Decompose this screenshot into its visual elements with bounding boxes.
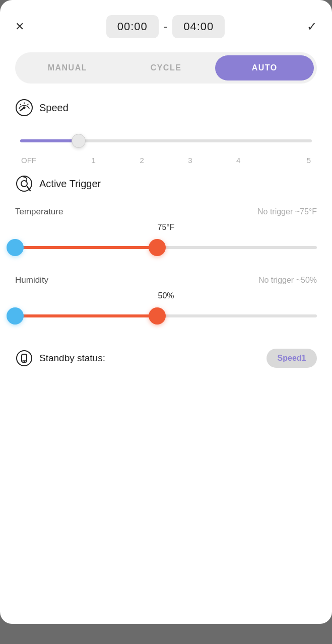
speed-track bbox=[20, 139, 312, 142]
svg-point-7 bbox=[23, 176, 25, 178]
main-card: ✕ 00:00 - 04:00 ✓ MANUAL CYCLE AUTO Spee… bbox=[0, 0, 332, 624]
svg-line-3 bbox=[28, 104, 29, 105]
active-trigger-label: Active Trigger bbox=[39, 178, 101, 190]
mode-selector: MANUAL CYCLE AUTO bbox=[15, 52, 317, 84]
humidity-track bbox=[15, 314, 317, 317]
humidity-thumb-blue[interactable] bbox=[7, 307, 24, 325]
temperature-row: Temperature No trigger ~75°F bbox=[15, 207, 317, 217]
humidity-fill bbox=[15, 314, 157, 317]
time-start[interactable]: 00:00 bbox=[106, 15, 159, 38]
close-button[interactable]: ✕ bbox=[15, 21, 24, 32]
active-trigger-icon bbox=[15, 175, 33, 193]
speed-slider[interactable] bbox=[20, 131, 312, 151]
standby-row: Standby status: Speed1 bbox=[15, 344, 317, 368]
speed-section-header: Speed bbox=[15, 99, 317, 117]
temperature-thumb-red[interactable] bbox=[149, 239, 166, 256]
standby-label: Standby status: bbox=[39, 353, 105, 364]
mode-auto[interactable]: AUTO bbox=[215, 55, 314, 80]
active-trigger-header: Active Trigger bbox=[15, 175, 317, 193]
standby-badge[interactable]: Speed1 bbox=[267, 349, 317, 368]
time-separator: - bbox=[164, 20, 167, 33]
standby-left: Standby status: bbox=[15, 349, 105, 367]
svg-point-1 bbox=[23, 107, 26, 109]
temperature-thumb-blue[interactable] bbox=[7, 239, 24, 256]
speed-slider-container: OFF 1 2 3 4 5 bbox=[15, 131, 317, 165]
humidity-row: Humidity No trigger ~50% bbox=[15, 275, 317, 285]
humidity-label: Humidity bbox=[15, 275, 48, 285]
time-end[interactable]: 04:00 bbox=[172, 15, 225, 38]
speed-thumb[interactable] bbox=[72, 134, 86, 148]
header: ✕ 00:00 - 04:00 ✓ bbox=[15, 15, 317, 38]
temperature-track bbox=[15, 246, 317, 249]
svg-point-8 bbox=[17, 351, 32, 366]
mode-cycle[interactable]: CYCLE bbox=[117, 55, 216, 80]
svg-point-11 bbox=[24, 361, 25, 362]
temperature-value: 75°F bbox=[15, 223, 317, 232]
confirm-button[interactable]: ✓ bbox=[307, 20, 317, 34]
humidity-slider[interactable] bbox=[15, 303, 317, 329]
speed-label-5: 5 bbox=[262, 156, 311, 165]
svg-line-4 bbox=[20, 104, 21, 105]
temperature-status: No trigger ~75°F bbox=[257, 207, 317, 216]
humidity-status: No trigger ~50% bbox=[258, 276, 317, 285]
speed-icon bbox=[15, 99, 33, 117]
humidity-value: 50% bbox=[15, 291, 317, 300]
speed-label: Speed bbox=[39, 102, 69, 114]
time-range: 00:00 - 04:00 bbox=[106, 15, 225, 38]
humidity-section: Humidity No trigger ~50% 50% bbox=[15, 275, 317, 329]
speed-label-off: OFF bbox=[21, 156, 70, 165]
temperature-label: Temperature bbox=[15, 207, 63, 217]
standby-icon bbox=[15, 349, 33, 367]
speed-label-2: 2 bbox=[118, 156, 166, 165]
active-trigger-section: Active Trigger Temperature No trigger ~7… bbox=[15, 175, 317, 329]
speed-labels: OFF 1 2 3 4 5 bbox=[20, 156, 312, 165]
speed-label-4: 4 bbox=[214, 156, 262, 165]
temperature-fill bbox=[15, 246, 157, 249]
humidity-thumb-red[interactable] bbox=[149, 307, 166, 325]
temperature-slider[interactable] bbox=[15, 235, 317, 260]
speed-fill bbox=[20, 139, 79, 142]
temperature-section: Temperature No trigger ~75°F 75°F bbox=[15, 207, 317, 260]
mode-manual[interactable]: MANUAL bbox=[18, 55, 117, 80]
speed-label-3: 3 bbox=[166, 156, 214, 165]
speed-label-1: 1 bbox=[70, 156, 118, 165]
